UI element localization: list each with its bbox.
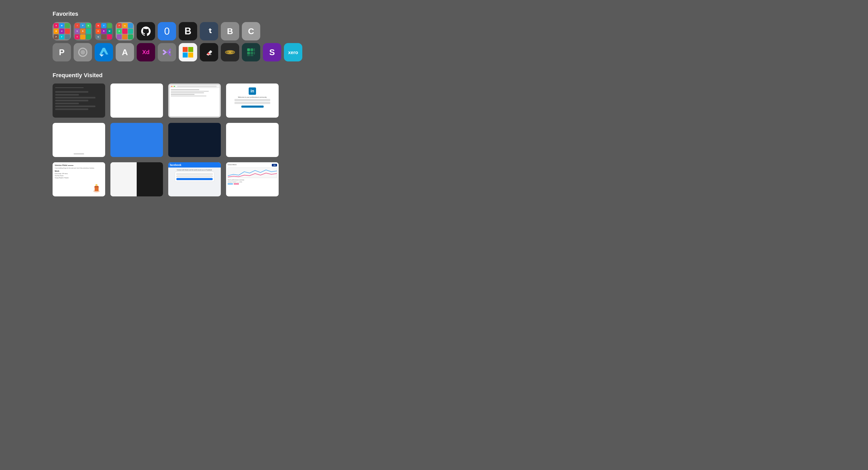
facebook-password-field [176, 176, 213, 177]
thumbnail-dark-blue[interactable] [168, 123, 221, 157]
svg-rect-12 [247, 48, 250, 51]
bt-line [171, 96, 206, 96]
app-icon-a-gray[interactable]: A [116, 43, 134, 61]
portfolio-illustration [91, 182, 102, 194]
dark-line [55, 97, 95, 98]
app-icon-multi-3[interactable]: N V K R W N [95, 22, 113, 40]
app-icon-multi-2[interactable]: I P D S B Y [73, 22, 92, 40]
p-gray-label: P [59, 47, 64, 57]
nav-dot [173, 86, 174, 87]
s-purple-label: S [269, 47, 275, 57]
dark-line [55, 103, 79, 104]
app-icon-p-gray[interactable]: P [53, 43, 71, 61]
dark-line [55, 91, 88, 93]
facebook-login-btn [176, 178, 213, 180]
grid-green-icon [246, 47, 256, 58]
url-bar [177, 86, 217, 87]
bt-nav [169, 85, 219, 88]
linkedin-input-2 [235, 102, 270, 104]
favorites-row-1: 8 M B U P F I P D S B Y [53, 22, 868, 40]
thumbnail-dark-app[interactable] [53, 83, 105, 118]
app-icon-microsoft[interactable] [179, 43, 197, 61]
dark-content [53, 83, 105, 115]
frequently-visited-title: Frequently Visited [53, 72, 868, 79]
facebook-header: facebook [168, 162, 221, 168]
app-icon-circle-gray[interactable] [73, 43, 92, 61]
app-icon-multi-1[interactable]: 8 M B U P F [53, 22, 71, 40]
bt-line [171, 94, 194, 95]
portfolio-item-1: Case study: VIP menu [55, 173, 103, 174]
thumbnail-white-3[interactable] [226, 123, 279, 157]
facebook-logo-text: facebook [170, 164, 181, 166]
frequently-visited-section: Frequently Visited [53, 72, 868, 196]
svg-point-23 [95, 184, 97, 186]
legend-blue [228, 183, 233, 184]
tumblr-icon [204, 27, 214, 36]
dark-line [55, 106, 95, 107]
thumbnail-blue[interactable] [111, 123, 163, 157]
ms-green [188, 47, 193, 52]
portfolio-work-heading: Work [55, 170, 103, 172]
portfolio-bio: I love building things for the web and I… [55, 167, 103, 169]
nav-dot [174, 86, 175, 87]
thumbnail-linkedin[interactable]: in Welcome to your professional communit… [226, 83, 279, 118]
goldring-icon [224, 46, 236, 58]
svg-rect-17 [250, 55, 253, 56]
app-icon-goldring[interactable] [221, 43, 239, 61]
linkedin-input-1 [235, 99, 270, 101]
bt-body [169, 88, 219, 116]
facebook-login-box [175, 172, 214, 182]
app-icon-c-gray[interactable]: C [242, 22, 260, 40]
app-icon-tumblr[interactable] [200, 22, 218, 40]
svg-rect-5 [207, 50, 212, 56]
thumbnail-facebook[interactable]: facebook Connect with friends and the wo… [168, 162, 221, 196]
breadcrumb-inner [169, 85, 219, 116]
legend-pink [234, 183, 239, 184]
thumbnail-white-1[interactable] [111, 83, 163, 118]
c-gray-label: C [248, 27, 254, 36]
xero-icon: xero [288, 47, 298, 58]
portfolio-item-2: The Rec Room [55, 175, 103, 176]
circle-icon [77, 46, 89, 58]
app-icon-gray-grid[interactable]: F Sa D [116, 22, 134, 40]
a-gray-label: A [122, 47, 128, 57]
svg-marker-4 [99, 54, 104, 57]
thumbnails-grid: in Welcome to your professional communit… [53, 83, 868, 196]
app-icon-eraser[interactable] [200, 43, 218, 61]
linkedin-signin-btn [241, 106, 264, 108]
app-icon-b-gray[interactable]: B [221, 22, 239, 40]
favorites-section: Favorites 8 M B U P F I P D S [53, 10, 868, 61]
thumbnail-white-2[interactable] [53, 123, 105, 157]
dark-bar [55, 88, 84, 88]
thumbnail-mixed[interactable] [111, 162, 163, 196]
app-icon-azure[interactable] [95, 43, 113, 61]
bt-line [171, 93, 204, 93]
dark-line [55, 94, 79, 96]
thumbnail-analytics[interactable]: General Motors GM Stock performance over… [226, 162, 279, 196]
dark-line [55, 100, 88, 101]
analytics-legend [228, 183, 277, 184]
gm-logo: GM [272, 164, 277, 166]
analytics-top: General Motors GM [228, 164, 277, 166]
bottom-bar [73, 153, 84, 155]
ms-yellow [188, 53, 193, 58]
azure-icon [98, 47, 110, 58]
svg-point-11 [229, 52, 231, 53]
app-icon-xero[interactable]: xero [284, 43, 302, 61]
analytics-chart [228, 168, 277, 178]
app-icon-s-purple[interactable]: S [263, 43, 281, 61]
app-icon-github[interactable] [137, 22, 155, 40]
app-icon-xd[interactable]: Xd [137, 43, 155, 61]
eraser-icon [204, 47, 214, 57]
app-icon-b-black[interactable]: B [179, 22, 197, 40]
thumbnail-portfolio[interactable]: Vinícius Philot ●●●●● I love building th… [53, 162, 105, 196]
analytics-line-1: Stock performance overview [228, 179, 277, 181]
thumbnail-breadcrumb[interactable] [168, 83, 221, 118]
nav-dot [171, 86, 172, 87]
app-icon-vs[interactable] [158, 43, 176, 61]
facebook-tagline: Connect with friends and the world aroun… [177, 169, 212, 171]
analytics-line-2: General Visitors ▲ 2.3% [228, 181, 277, 183]
app-icon-zero[interactable]: 0 [158, 22, 176, 40]
app-icon-grid-green[interactable] [242, 43, 260, 61]
ms-red [183, 47, 188, 52]
